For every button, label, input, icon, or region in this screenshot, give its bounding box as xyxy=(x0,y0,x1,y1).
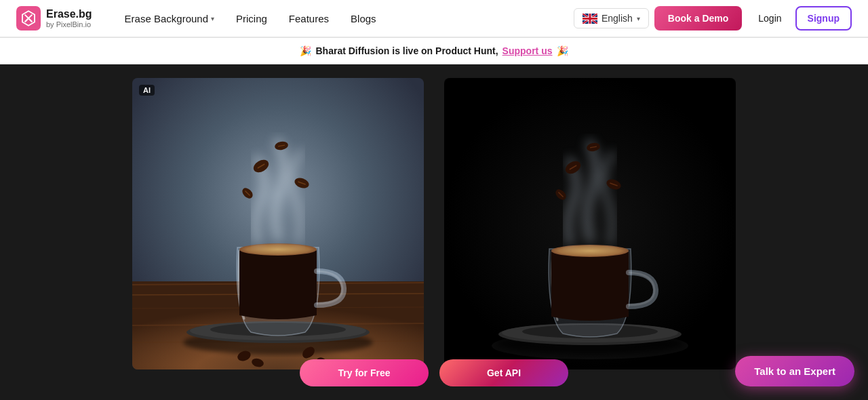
announcement-emoji-left: 🎉 xyxy=(300,45,311,56)
logo[interactable]: Erase.bg by PixelBin.io xyxy=(16,6,92,31)
coffee-original-svg xyxy=(132,78,424,369)
logo-icon xyxy=(16,6,41,31)
support-us-link[interactable]: Support us xyxy=(502,45,553,56)
navbar: Erase.bg by PixelBin.io Erase Background… xyxy=(0,0,868,37)
svg-point-35 xyxy=(551,245,629,257)
ai-badge: AI xyxy=(139,85,155,96)
nobg-scene xyxy=(444,78,736,369)
logo-text: Erase.bg by PixelBin.io xyxy=(46,8,92,28)
announcement-emoji-right: 🎉 xyxy=(557,45,568,56)
announcement-text: Bharat Diffusion is live on Product Hunt… xyxy=(315,45,498,56)
language-selector[interactable]: English ▾ xyxy=(574,8,649,28)
nav-features[interactable]: Features xyxy=(278,0,340,37)
chevron-down-icon: ▾ xyxy=(211,15,214,22)
main-content: AI xyxy=(0,64,868,400)
signup-button[interactable]: Signup xyxy=(795,6,852,31)
nav-pricing[interactable]: Pricing xyxy=(225,0,278,37)
nav-blogs[interactable]: Blogs xyxy=(340,0,387,37)
nav-erase-background[interactable]: Erase Background ▾ xyxy=(114,0,225,37)
original-scene xyxy=(132,78,424,369)
talk-to-expert-button[interactable]: Talk to an Expert xyxy=(735,356,854,386)
coffee-nobg-svg xyxy=(444,78,736,369)
try-free-button[interactable]: Try for Free xyxy=(300,359,429,386)
announcement-bar: 🎉 Bharat Diffusion is live on Product Hu… xyxy=(0,37,868,64)
language-label: English xyxy=(601,13,633,24)
get-api-button[interactable]: Get API xyxy=(439,359,568,386)
svg-point-15 xyxy=(239,243,317,256)
bottom-cta-buttons: Try for Free Get API xyxy=(300,359,568,386)
login-button[interactable]: Login xyxy=(747,6,792,31)
book-demo-button[interactable]: Book a Demo xyxy=(654,6,742,31)
nobg-image-panel xyxy=(444,78,736,369)
uk-flag-icon xyxy=(583,14,597,24)
original-image-panel: AI xyxy=(132,78,424,369)
logo-subtitle: by PixelBin.io xyxy=(46,20,92,28)
logo-title: Erase.bg xyxy=(46,8,92,20)
language-chevron-icon: ▾ xyxy=(637,15,640,22)
